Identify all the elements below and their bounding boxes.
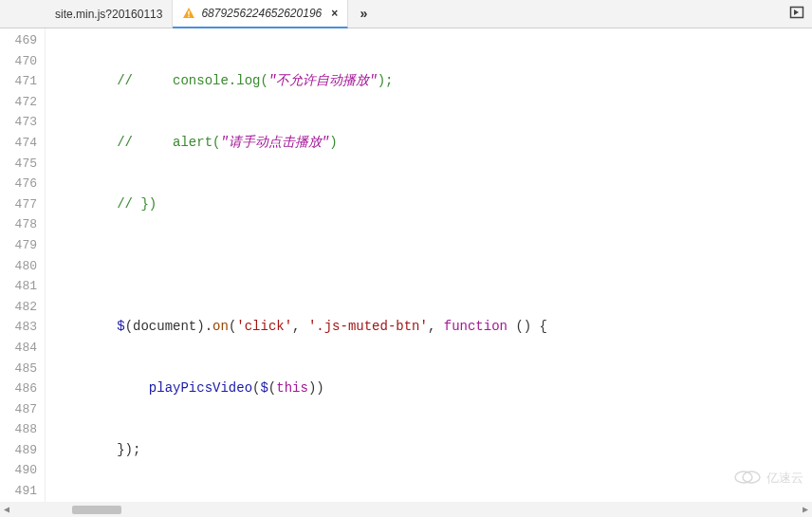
editor-container: site.min.js?20160113 6879256224652620196…: [0, 0, 812, 517]
line-number: 469: [0, 30, 37, 51]
close-icon[interactable]: ×: [331, 7, 338, 20]
svg-rect-2: [189, 15, 190, 16]
code-line: $(document).on('click', '.js-muted-btn',…: [46, 317, 812, 338]
line-number: 470: [0, 51, 37, 72]
scroll-right-arrow[interactable]: ▶: [799, 503, 812, 516]
line-number: 484: [0, 338, 37, 359]
code-line: // }): [46, 194, 812, 215]
line-number-gutter: 4694704714724734744754764774784794804814…: [0, 28, 46, 502]
tab-label: 6879256224652620196: [201, 7, 322, 20]
svg-rect-1: [189, 10, 190, 14]
horizontal-scrollbar[interactable]: ◀ ▶: [0, 502, 812, 517]
code-line: [46, 256, 812, 277]
dock-button[interactable]: [789, 5, 804, 24]
line-number: 488: [0, 419, 37, 440]
line-number: 485: [0, 359, 37, 379]
line-number: 489: [0, 440, 37, 461]
code-line: });: [46, 440, 812, 461]
line-number: 480: [0, 256, 37, 277]
scrollbar-track[interactable]: [59, 503, 785, 516]
tab-bar: site.min.js?20160113 6879256224652620196…: [0, 0, 812, 28]
code-line: // alert("请手动点击播放"): [46, 133, 812, 154]
tab-inactive[interactable]: site.min.js?20160113: [46, 0, 173, 28]
line-number: 490: [0, 460, 37, 481]
code-line: playPicsVideo($(this)): [46, 379, 812, 399]
more-tabs-button[interactable]: »: [348, 7, 378, 22]
code-content[interactable]: // console.log("不允许自动播放"); // alert("请手动…: [46, 28, 812, 502]
line-number: 471: [0, 71, 37, 92]
code-line: // console.log("不允许自动播放");: [46, 71, 812, 92]
svg-marker-4: [794, 9, 799, 15]
line-number: 478: [0, 214, 37, 235]
scrollbar-thumb[interactable]: [72, 506, 121, 514]
line-number: 476: [0, 174, 37, 194]
tab-label: site.min.js?20160113: [55, 8, 162, 21]
tab-active[interactable]: 6879256224652620196 ×: [173, 0, 348, 28]
line-number: 473: [0, 112, 37, 133]
line-number: 487: [0, 399, 37, 420]
line-number: 491: [0, 481, 37, 502]
line-number: 477: [0, 194, 37, 215]
warning-icon: [182, 7, 195, 20]
line-number: 475: [0, 154, 37, 175]
line-number: 486: [0, 379, 37, 399]
line-number: 479: [0, 235, 37, 256]
line-number: 482: [0, 297, 37, 318]
line-number: 481: [0, 276, 37, 297]
line-number: 483: [0, 317, 37, 338]
code-area: 4694704714724734744754764774784794804814…: [0, 28, 812, 502]
line-number: 474: [0, 133, 37, 154]
line-number: 472: [0, 92, 37, 113]
scroll-left-arrow[interactable]: ◀: [0, 503, 13, 516]
